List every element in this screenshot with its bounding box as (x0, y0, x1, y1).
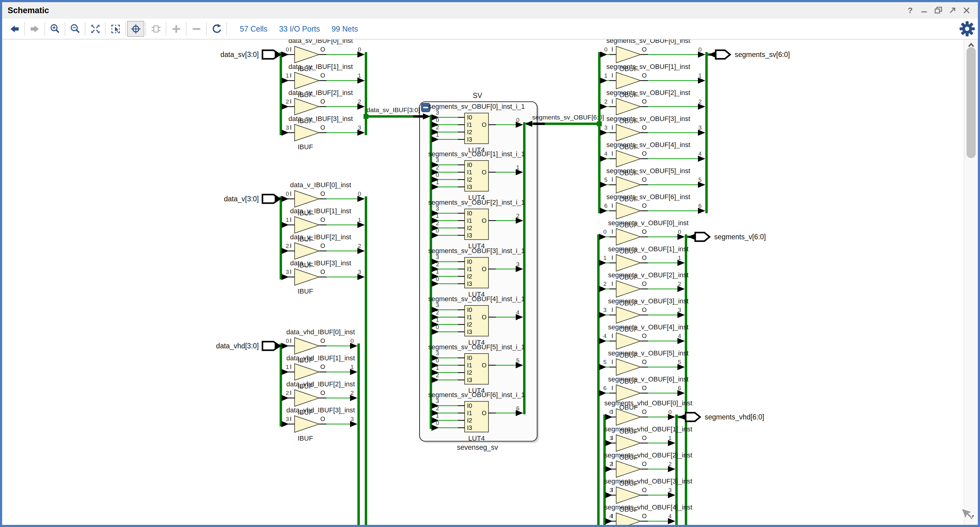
expand-cone-button[interactable] (147, 21, 164, 37)
bit-index: 3 (516, 261, 519, 267)
bit-index: 2 (436, 372, 439, 378)
stat-nets-link[interactable]: 99 Nets (332, 24, 358, 33)
pin-label: I (611, 460, 613, 467)
bit-index: 2 (436, 261, 439, 267)
autofit-selection-icon (130, 23, 142, 35)
pin-label: O (482, 217, 487, 224)
buffer-cell[interactable] (616, 150, 641, 167)
instance-label: segments_sv_OBUF[6]_inst (606, 193, 690, 201)
schematic-diagram[interactable]: data_sv[3:0]0IO0data_sv_IBUF[0]_instIBUF… (2, 40, 964, 525)
bit-index: 2 (436, 309, 439, 315)
buffer-cell[interactable] (616, 98, 641, 115)
zoom-in-button[interactable] (46, 21, 64, 37)
schematic-canvas[interactable]: data_sv[3:0]0IO0data_sv_IBUF[0]_instIBUF… (2, 40, 978, 525)
zoom-out-button[interactable] (67, 21, 84, 37)
forward-button[interactable] (26, 21, 43, 37)
help-button[interactable]: ? (903, 4, 917, 17)
buffer-cell[interactable] (616, 307, 641, 323)
pin-label: O (642, 176, 647, 183)
zoom-fit-button[interactable] (87, 21, 104, 37)
pin-label: O (642, 358, 647, 365)
settings-button[interactable] (959, 21, 975, 37)
bit-index: 5 (698, 177, 702, 183)
buffer-cell[interactable] (616, 124, 641, 141)
net-arrowhead (678, 414, 686, 420)
buffer-cell[interactable] (616, 333, 641, 349)
vertical-scrollbar[interactable] (964, 40, 978, 525)
close-button[interactable] (959, 4, 974, 17)
bit-index: 1 (604, 72, 608, 79)
output-port[interactable] (716, 50, 730, 59)
collapse-button[interactable] (188, 21, 205, 37)
pin-label: I2 (467, 176, 472, 183)
back-button[interactable] (6, 21, 23, 37)
buffer-cell[interactable] (616, 487, 641, 503)
buffer-cell[interactable] (616, 513, 641, 525)
stat-ioports-link[interactable]: 33 I/O Ports (279, 24, 320, 33)
pin-label: I (290, 216, 291, 223)
bit-index: 3 (358, 269, 361, 275)
output-port[interactable] (686, 413, 700, 421)
buffer-cell[interactable] (616, 202, 641, 219)
autofit-selection-button[interactable] (127, 21, 144, 37)
pin-label: O (320, 416, 325, 422)
buffer-cell[interactable] (616, 46, 641, 63)
buffer-cell[interactable] (616, 409, 641, 425)
buffer-cell[interactable] (294, 217, 319, 233)
titlebar[interactable]: Schematic ? (2, 2, 978, 19)
instance-label: data_sv_IBUF[1]_inst (288, 63, 353, 70)
pin-label: I (290, 268, 291, 275)
bus-net-label: data_sv_IBUF[3:0] (367, 106, 420, 114)
buffer-cell[interactable] (294, 46, 319, 63)
buffer-cell[interactable] (616, 255, 641, 271)
buffer-cell[interactable] (294, 416, 319, 432)
bit-index: 2 (516, 213, 519, 219)
buffer-cell[interactable] (616, 177, 641, 193)
bit-index: 1 (436, 317, 439, 323)
pin-label: I3 (467, 183, 472, 190)
pin-label: I (290, 98, 291, 105)
pin-label: O (482, 169, 487, 175)
pin-label: O (642, 124, 647, 131)
stat-cells-link[interactable]: 57 Cells (240, 24, 267, 33)
bit-index: 4 (603, 333, 607, 339)
buffer-cell[interactable] (294, 269, 319, 285)
buffer-cell[interactable] (616, 461, 641, 478)
buffer-cell[interactable] (294, 98, 319, 115)
buffer-cell[interactable] (616, 229, 641, 245)
bit-index: 3 (436, 350, 439, 356)
buffer-cell[interactable] (616, 72, 641, 89)
pin-label: I (611, 408, 613, 415)
buffer-cell[interactable] (294, 364, 319, 380)
forward-icon (29, 23, 40, 35)
scrollbar-thumb[interactable] (967, 47, 976, 158)
bit-index: 4 (678, 333, 681, 339)
pin-label: I (611, 176, 613, 183)
pin-label: I (611, 202, 613, 209)
buffer-cell[interactable] (616, 435, 641, 451)
restore-button[interactable] (931, 4, 945, 17)
expand-button[interactable] (167, 21, 185, 37)
pin-label: O (320, 363, 325, 370)
zoom-to-selection-button[interactable] (107, 21, 124, 37)
pin-label: I (611, 435, 613, 441)
pin-label: O (320, 46, 325, 53)
buffer-cell[interactable] (294, 72, 319, 89)
buffer-cell[interactable] (294, 191, 319, 207)
instance-label: data_v_IBUF[3]_inst (290, 259, 351, 267)
cell-type-label: IBUF (298, 143, 313, 151)
buffer-cell[interactable] (616, 385, 641, 401)
pin-label: I1 (467, 121, 472, 128)
minimize-button[interactable] (917, 4, 931, 17)
buffer-cell[interactable] (294, 243, 319, 259)
buffer-cell[interactable] (616, 281, 641, 297)
buffer-cell[interactable] (294, 124, 319, 141)
buffer-cell[interactable] (294, 338, 319, 354)
buffer-cell[interactable] (294, 390, 319, 406)
instance-label: segments_v_OBUF[2]_inst (608, 271, 689, 279)
float-button[interactable] (945, 4, 959, 17)
regenerate-button[interactable] (208, 21, 225, 37)
pin-label: O (642, 280, 647, 287)
output-port[interactable] (695, 232, 710, 241)
buffer-cell[interactable] (616, 359, 641, 375)
